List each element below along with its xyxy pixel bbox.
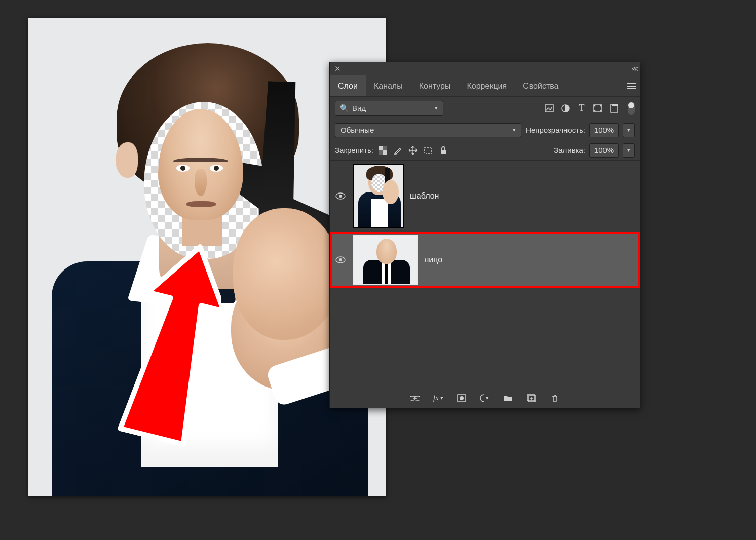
blend-mode-dropdown[interactable]: Обычные ▾ [335, 123, 521, 137]
lock-pixels-icon[interactable] [393, 145, 403, 156]
svg-rect-12 [612, 104, 618, 106]
blend-mode-value: Обычные [341, 126, 374, 134]
svg-point-8 [600, 105, 602, 106]
lock-position-icon[interactable] [408, 145, 418, 156]
new-adjustment-icon[interactable]: ▾ [480, 393, 490, 403]
svg-point-9 [594, 110, 596, 111]
blend-opacity-row: Обычные ▾ Непрозрачность: 100% ▾ [330, 120, 640, 140]
lock-fill-row: Закрепить: Заливка: 100% ▾ [330, 140, 640, 161]
delete-layer-icon[interactable] [550, 393, 560, 403]
svg-point-10 [600, 110, 602, 111]
opacity-value[interactable]: 100% [589, 123, 619, 137]
lock-artboard-icon[interactable] [423, 145, 433, 156]
lock-label: Закрепить: [335, 146, 373, 155]
lock-transparency-icon[interactable] [377, 145, 388, 156]
layer-filter-row: 🔍 Вид ▾ T [330, 97, 640, 120]
panel-menu-icon[interactable] [624, 83, 640, 90]
svg-rect-18 [425, 147, 432, 153]
layer-name[interactable]: шаблон [410, 191, 439, 201]
opacity-flyout[interactable]: ▾ [623, 123, 635, 137]
filter-smart-icon[interactable] [610, 104, 619, 113]
svg-rect-15 [383, 150, 387, 155]
fill-label: Заливка: [554, 146, 585, 155]
filter-toggle[interactable] [628, 102, 635, 115]
annotation-arrow [89, 241, 221, 453]
lock-all-icon[interactable] [438, 145, 448, 156]
search-icon: 🔍 [339, 104, 349, 113]
svg-rect-17 [379, 150, 383, 155]
layer-name[interactable]: лицо [424, 255, 442, 264]
layer-list: шаблон лицо [330, 161, 640, 388]
collapse-icon[interactable]: << [632, 65, 637, 73]
tab-properties[interactable]: Свойства [515, 75, 566, 96]
new-layer-icon[interactable] [526, 393, 537, 403]
layer-row[interactable]: шаблон [330, 161, 640, 232]
tab-adjustments[interactable]: Коррекция [459, 75, 515, 96]
filter-kind-label: Вид [352, 104, 366, 112]
fx-icon[interactable]: fx▾ [433, 393, 443, 403]
tab-paths[interactable]: Контуры [411, 75, 459, 96]
fill-flyout[interactable]: ▾ [623, 143, 635, 158]
opacity-label: Непрозрачность: [525, 126, 585, 134]
svg-rect-14 [379, 146, 383, 150]
layer-thumbnail[interactable] [353, 164, 404, 228]
svg-rect-16 [383, 146, 387, 150]
close-icon[interactable]: ✕ [333, 64, 342, 73]
tab-layers[interactable]: Слои [330, 75, 366, 96]
panel-tabs: Слои Каналы Контуры Коррекция Свойства [330, 75, 640, 97]
filter-pixel-icon[interactable] [545, 104, 554, 113]
inserted-face [147, 109, 258, 251]
svg-point-26 [480, 395, 484, 402]
layer-row-selected[interactable]: лицо [330, 232, 640, 288]
filter-adjust-icon[interactable] [561, 104, 570, 113]
layer-thumbnail[interactable] [353, 235, 418, 285]
svg-point-21 [339, 195, 342, 198]
fill-value[interactable]: 100% [589, 143, 619, 158]
svg-rect-19 [441, 150, 446, 154]
tab-channels[interactable]: Каналы [366, 75, 411, 96]
filter-shape-icon[interactable] [593, 104, 602, 113]
add-mask-icon[interactable] [457, 393, 467, 403]
visibility-toggle[interactable] [334, 189, 347, 203]
layers-panel-footer: fx▾ ▾ [330, 388, 640, 408]
svg-marker-0 [115, 241, 221, 446]
chevron-down-icon: ▾ [513, 127, 516, 133]
svg-point-25 [460, 396, 464, 400]
chevron-down-icon: ▾ [435, 105, 438, 111]
panel-titlebar[interactable]: ✕ << [330, 62, 640, 75]
filter-kind-dropdown[interactable]: 🔍 Вид ▾ [335, 101, 443, 116]
svg-point-7 [594, 105, 596, 106]
svg-point-23 [339, 258, 342, 261]
new-group-icon[interactable] [503, 393, 513, 403]
layers-panel: ✕ << Слои Каналы Контуры Коррекция Свойс… [329, 62, 640, 408]
visibility-toggle[interactable] [334, 253, 347, 266]
filter-type-icon[interactable]: T [577, 104, 586, 113]
link-layers-icon[interactable] [410, 393, 420, 403]
